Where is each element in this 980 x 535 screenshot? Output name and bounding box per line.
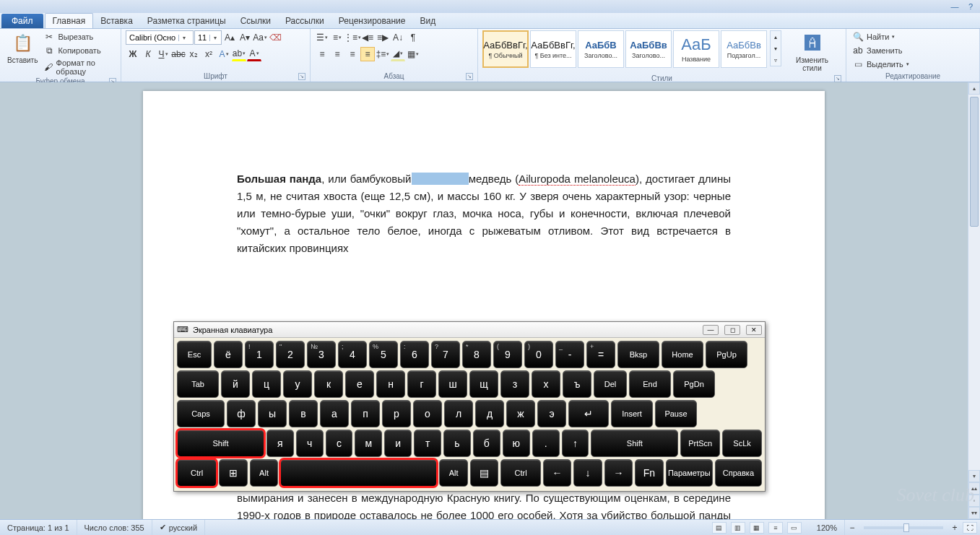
next-page-button[interactable]: ▾▾ xyxy=(968,507,980,519)
key-ч[interactable]: ч xyxy=(296,430,324,457)
key-ы[interactable]: ы xyxy=(258,400,287,427)
prev-page-button[interactable]: ▴▴ xyxy=(968,482,980,495)
key-↵[interactable]: ↵ xyxy=(568,400,609,427)
styles-more-button[interactable]: ▿ xyxy=(771,54,781,66)
zoom-out-button[interactable]: − xyxy=(845,521,859,535)
browse-object-button[interactable]: ◦ xyxy=(968,495,980,507)
key-7[interactable]: 7? xyxy=(431,341,460,368)
key-ф[interactable]: ф xyxy=(227,400,256,427)
style-item-3[interactable]: АаБбВвЗаголово... xyxy=(625,30,672,68)
key-=[interactable]: =+ xyxy=(586,341,615,368)
key-Fn[interactable]: Fn xyxy=(635,459,664,487)
key-0[interactable]: 0) xyxy=(524,341,553,368)
key-Shift[interactable]: Shift xyxy=(591,430,678,457)
key-д[interactable]: д xyxy=(475,400,504,427)
key-PgDn[interactable]: PgDn xyxy=(673,370,715,398)
style-item-4[interactable]: АаБНазвание xyxy=(673,30,719,68)
tab-review[interactable]: Рецензирование xyxy=(331,14,413,28)
key-т[interactable]: т xyxy=(414,430,441,457)
view-print-button[interactable]: ▤ xyxy=(712,522,727,534)
key-5[interactable]: 5% xyxy=(369,341,398,368)
paste-button[interactable]: 📋 Вставить xyxy=(4,30,40,66)
key-ж[interactable]: ж xyxy=(506,400,535,427)
key-▤[interactable]: ▤ xyxy=(470,459,499,487)
tab-home[interactable]: Главная xyxy=(45,13,94,28)
tab-mailings[interactable]: Рассылки xyxy=(278,14,331,28)
key-9[interactable]: 9( xyxy=(493,341,522,368)
increase-indent-button[interactable]: ≡▶ xyxy=(376,30,390,45)
grow-font-button[interactable]: A▴ xyxy=(222,30,237,45)
key-р[interactable]: р xyxy=(382,400,411,427)
key-с[interactable]: с xyxy=(326,430,353,457)
key-й[interactable]: й xyxy=(221,370,250,398)
font-color-button[interactable]: A▾ xyxy=(247,47,261,61)
status-page[interactable]: Страница: 1 из 1 xyxy=(0,520,77,535)
scroll-up-button[interactable]: ▴ xyxy=(968,82,980,95)
key-Справка[interactable]: Справка xyxy=(715,459,762,487)
key-→[interactable]: → xyxy=(604,459,633,487)
bullets-button[interactable]: ☰▾ xyxy=(315,30,329,45)
style-item-1[interactable]: АаБбВвГг,¶ Без инте... xyxy=(530,30,576,68)
key-х[interactable]: х xyxy=(532,370,560,398)
view-read-button[interactable]: ▥ xyxy=(731,522,745,534)
status-words[interactable]: Число слов: 355 xyxy=(77,520,152,535)
key-Alt[interactable]: Alt xyxy=(439,459,468,487)
tab-view[interactable]: Вид xyxy=(412,14,443,28)
key-Caps[interactable]: Caps xyxy=(177,400,225,427)
key-⊞[interactable]: ⊞ xyxy=(219,459,248,487)
line-spacing-button[interactable]: ‡≡▾ xyxy=(376,47,390,61)
key-и[interactable]: и xyxy=(384,430,412,457)
shrink-font-button[interactable]: A▾ xyxy=(238,30,252,45)
key-ш[interactable]: ш xyxy=(438,370,467,398)
key-щ[interactable]: щ xyxy=(469,370,498,398)
tab-references[interactable]: Ссылки xyxy=(233,14,278,28)
key-6[interactable]: 6: xyxy=(400,341,429,368)
key-End[interactable]: End xyxy=(629,370,671,398)
styles-down-button[interactable]: ▾ xyxy=(771,43,781,54)
key-у[interactable]: у xyxy=(283,370,312,398)
underline-button[interactable]: Ч▾ xyxy=(156,47,170,61)
key-Insert[interactable]: Insert xyxy=(611,400,653,427)
numbering-button[interactable]: ≡▾ xyxy=(330,30,344,45)
key-г[interactable]: г xyxy=(407,370,436,398)
osk-maximize-button[interactable]: ◻ xyxy=(724,325,740,335)
view-draft-button[interactable]: ▭ xyxy=(787,522,802,534)
key-Pause[interactable]: Pause xyxy=(655,400,697,427)
key-ScLk[interactable]: ScLk xyxy=(722,430,762,457)
key-б[interactable]: б xyxy=(473,430,500,457)
bold-button[interactable]: Ж xyxy=(126,47,140,61)
text-effects-button[interactable]: A▾ xyxy=(217,47,231,61)
key-м[interactable]: м xyxy=(355,430,382,457)
tab-insert[interactable]: Вставка xyxy=(93,14,140,28)
key-Ctrl[interactable]: Ctrl xyxy=(500,459,540,487)
tab-file[interactable]: Файл xyxy=(1,14,43,28)
find-button[interactable]: 🔍Найти ▾ xyxy=(851,30,911,43)
change-case-button[interactable]: Aa▾ xyxy=(253,30,267,45)
osk-close-button[interactable]: ✕ xyxy=(746,325,762,335)
replace-button[interactable]: abЗаменить xyxy=(851,44,911,57)
key-←[interactable]: ← xyxy=(543,459,572,487)
show-marks-button[interactable]: ¶ xyxy=(406,30,420,45)
style-item-2[interactable]: АаБбВЗаголово... xyxy=(578,30,624,68)
zoom-slider[interactable] xyxy=(864,526,943,529)
key-↑[interactable]: ↑ xyxy=(562,430,589,457)
styles-up-button[interactable]: ▴ xyxy=(771,31,781,43)
key-2[interactable]: 2" xyxy=(276,341,305,368)
align-right-button[interactable]: ≡ xyxy=(345,47,360,61)
key-ц[interactable]: ц xyxy=(252,370,281,398)
key-Shift[interactable]: Shift xyxy=(177,430,264,457)
font-launcher[interactable]: ↘ xyxy=(298,73,305,80)
key-Alt[interactable]: Alt xyxy=(250,459,279,487)
osk-minimize-button[interactable]: — xyxy=(703,325,719,335)
key-.[interactable]: . xyxy=(532,430,560,457)
borders-button[interactable]: ▦▾ xyxy=(406,47,420,61)
paragraph-1[interactable]: Большая панда, или бамбуковый медведь (A… xyxy=(237,170,731,257)
key-о[interactable]: о xyxy=(413,400,442,427)
key-а[interactable]: а xyxy=(320,400,349,427)
key-н[interactable]: н xyxy=(376,370,405,398)
tab-layout[interactable]: Разметка страницы xyxy=(140,14,233,28)
key-Tab[interactable]: Tab xyxy=(177,370,219,398)
key-8[interactable]: 8* xyxy=(462,341,491,368)
key-Bksp[interactable]: Bksp xyxy=(617,341,659,368)
key-ё[interactable]: ё xyxy=(214,341,243,368)
